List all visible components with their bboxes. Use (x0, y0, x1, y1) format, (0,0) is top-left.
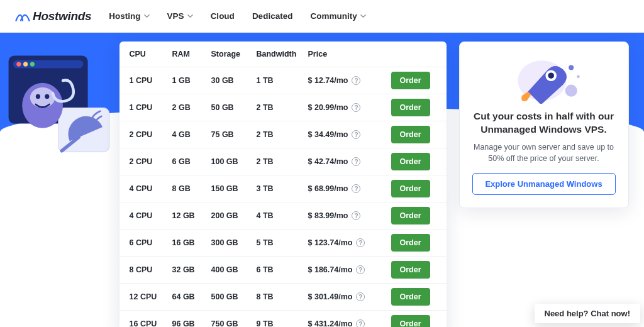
promo-cta-button[interactable]: Explore Unmanaged Windows (472, 173, 616, 195)
table-row: 6 CPU16 GB300 GB5 TB$ 123.74/mo?Order (119, 229, 447, 256)
help-icon[interactable]: ? (356, 319, 365, 327)
order-button[interactable]: Order (391, 207, 430, 224)
chevron-down-icon (360, 13, 366, 19)
cell-bandwidth: 9 TB (257, 319, 308, 327)
cell-bandwidth: 5 TB (257, 238, 308, 247)
cell-ram: 2 GB (172, 103, 211, 112)
order-button[interactable]: Order (391, 99, 430, 116)
cell-storage: 150 GB (211, 184, 257, 193)
help-icon[interactable]: ? (352, 130, 360, 139)
chevron-down-icon (187, 13, 193, 19)
table-row: 8 CPU32 GB400 GB6 TB$ 186.74/mo?Order (119, 256, 447, 283)
cell-ram: 16 GB (172, 238, 211, 247)
help-icon[interactable]: ? (352, 157, 360, 166)
cell-cpu: 2 CPU (130, 157, 172, 166)
svg-point-13 (577, 75, 580, 78)
order-button[interactable]: Order (391, 288, 430, 306)
cell-price: $ 12.74/mo? (308, 76, 391, 85)
col-header-ram: RAM (172, 50, 211, 58)
cell-price: $ 186.74/mo? (308, 265, 391, 274)
order-button[interactable]: Order (391, 180, 430, 197)
order-button[interactable]: Order (391, 234, 430, 252)
help-icon[interactable]: ? (356, 292, 365, 301)
nav-item-label: Community (310, 11, 357, 21)
cell-ram: 8 GB (172, 184, 211, 193)
cell-price: $ 34.49/mo? (308, 130, 391, 139)
cell-bandwidth: 2 TB (257, 130, 308, 139)
nav-item-label: Hosting (109, 11, 140, 21)
order-button[interactable]: Order (391, 315, 430, 327)
nav-item-dedicated[interactable]: Dedicated (252, 11, 293, 21)
cell-cpu: 2 CPU (130, 130, 172, 139)
pricing-header-row: CPU RAM Storage Bandwidth Price (119, 42, 447, 67)
promo-card: Cut your costs in half with our Unmanage… (459, 42, 629, 208)
help-icon[interactable]: ? (352, 211, 360, 220)
cell-bandwidth: 2 TB (257, 103, 308, 112)
nav-item-community[interactable]: Community (310, 11, 365, 21)
logo-link[interactable]: Hostwinds (15, 9, 91, 23)
cell-bandwidth: 4 TB (257, 211, 308, 220)
cell-bandwidth: 8 TB (257, 292, 308, 301)
cell-storage: 300 GB (211, 238, 257, 247)
order-button[interactable]: Order (391, 126, 430, 143)
col-header-cpu: CPU (130, 50, 172, 58)
cell-ram: 1 GB (172, 76, 211, 85)
help-icon[interactable]: ? (352, 76, 360, 85)
cell-ram: 12 GB (172, 211, 211, 220)
cell-price: $ 42.74/mo? (308, 157, 391, 166)
table-row: 12 CPU64 GB500 GB8 TB$ 301.49/mo?Order (119, 283, 447, 310)
table-row: 1 CPU1 GB30 GB1 TB$ 12.74/mo?Order (119, 67, 447, 94)
pricing-table: CPU RAM Storage Bandwidth Price 1 CPU1 G… (119, 42, 447, 327)
nav-item-label: VPS (167, 11, 184, 21)
content-area: CPU RAM Storage Bandwidth Price 1 CPU1 G… (0, 42, 644, 327)
help-icon[interactable]: ? (356, 265, 365, 274)
nav-item-hosting[interactable]: Hosting (109, 11, 149, 21)
cell-price: $ 123.74/mo? (308, 238, 391, 247)
col-header-bandwidth: Bandwidth (257, 50, 308, 58)
top-nav: Hostwinds HostingVPSCloudDedicatedCommun… (0, 0, 644, 33)
logo-icon (15, 9, 30, 23)
cell-cpu: 4 CPU (130, 184, 172, 193)
svg-point-12 (569, 65, 574, 70)
cell-cpu: 6 CPU (130, 238, 172, 247)
main-nav: HostingVPSCloudDedicatedCommunity (109, 11, 365, 21)
order-button[interactable]: Order (391, 261, 430, 279)
cell-cpu: 1 CPU (130, 103, 172, 112)
chat-widget[interactable]: Need help? Chat now! (535, 304, 641, 323)
help-icon[interactable]: ? (352, 103, 360, 112)
logo-text: Hostwinds (33, 9, 91, 23)
table-row: 4 CPU12 GB200 GB4 TB$ 83.99/mo?Order (119, 202, 447, 229)
cell-price: $ 431.24/mo? (308, 319, 391, 327)
cell-storage: 30 GB (211, 76, 257, 85)
cell-bandwidth: 2 TB (257, 157, 308, 166)
promo-illustration (503, 53, 585, 104)
cell-storage: 50 GB (211, 103, 257, 112)
table-row: 16 CPU96 GB750 GB9 TB$ 431.24/mo?Order (119, 310, 447, 327)
order-button[interactable]: Order (391, 153, 430, 170)
nav-item-label: Cloud (211, 11, 235, 21)
cell-price: $ 68.99/mo? (308, 184, 391, 193)
cell-price: $ 83.99/mo? (308, 211, 391, 220)
cell-storage: 100 GB (211, 157, 257, 166)
cell-storage: 75 GB (211, 130, 257, 139)
cell-price: $ 20.99/mo? (308, 103, 391, 112)
order-button[interactable]: Order (391, 72, 430, 89)
cell-cpu: 16 CPU (130, 319, 172, 327)
cell-bandwidth: 3 TB (257, 184, 308, 193)
table-row: 1 CPU2 GB50 GB2 TB$ 20.99/mo?Order (119, 94, 447, 121)
chevron-down-icon (144, 13, 150, 19)
cell-ram: 6 GB (172, 157, 211, 166)
col-header-storage: Storage (211, 50, 257, 58)
cell-storage: 500 GB (211, 292, 257, 301)
help-icon[interactable]: ? (352, 184, 360, 193)
table-row: 4 CPU8 GB150 GB3 TB$ 68.99/mo?Order (119, 175, 447, 202)
nav-item-vps[interactable]: VPS (167, 11, 193, 21)
nav-item-cloud[interactable]: Cloud (211, 11, 235, 21)
table-row: 2 CPU6 GB100 GB2 TB$ 42.74/mo?Order (119, 148, 447, 175)
col-header-price: Price (308, 50, 391, 58)
promo-subtitle: Manage your own server and save up to 50… (472, 141, 616, 164)
cell-ram: 96 GB (172, 319, 211, 327)
help-icon[interactable]: ? (356, 238, 365, 247)
cell-bandwidth: 1 TB (257, 76, 308, 85)
cell-ram: 64 GB (172, 292, 211, 301)
